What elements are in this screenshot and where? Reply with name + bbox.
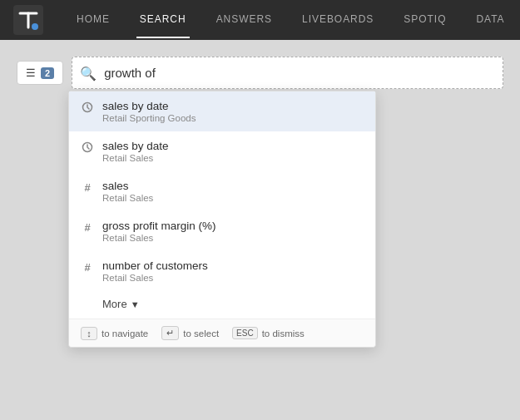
navigate-key: ↕: [81, 327, 97, 340]
item-title-3: sales: [102, 180, 364, 192]
item-title-2: sales by date: [102, 140, 364, 152]
select-key: ↵: [161, 326, 179, 340]
sources-icon: ☰: [26, 67, 36, 79]
item-text-3: sales Retail Sales: [102, 180, 364, 203]
more-label: More: [102, 298, 127, 310]
clock-icon-1: [81, 101, 94, 113]
dropdown-footer: ↕ to navigate ↵ to select ESC to dismiss: [69, 319, 375, 347]
item-title-5: number of customers: [102, 259, 364, 272]
clock-icon-2: [81, 141, 94, 153]
nav-home[interactable]: HOME: [73, 2, 113, 38]
search-dropdown: sales by date Retail Sporting Goods sale…: [68, 91, 376, 348]
hash-icon-3: #: [81, 181, 94, 194]
item-subtitle-5: Retail Sales: [102, 273, 364, 283]
hint-navigate: ↕ to navigate: [81, 327, 148, 340]
search-box: 🔍: [72, 57, 503, 89]
item-text-2: sales by date Retail Sales: [102, 140, 364, 163]
nav-answers[interactable]: ANSWERS: [213, 2, 275, 38]
logo[interactable]: [13, 5, 43, 35]
item-text-5: number of customers Retail Sales: [102, 259, 364, 283]
dismiss-label: to dismiss: [262, 329, 305, 338]
dropdown-item-1[interactable]: sales by date Retail Sporting Goods: [69, 91, 375, 131]
dropdown-item-5[interactable]: # number of customers Retail Sales: [69, 251, 375, 291]
dropdown-item-4[interactable]: # gross profit margin (%) Retail Sales: [69, 211, 375, 251]
dropdown-item-2[interactable]: sales by date Retail Sales: [69, 131, 375, 171]
item-subtitle-1: Retail Sporting Goods: [102, 113, 364, 123]
nav-data[interactable]: DATA: [473, 2, 508, 38]
hint-select: ↵ to select: [161, 326, 219, 340]
search-row: ☰ 2 🔍: [17, 57, 503, 89]
hash-icon-5: #: [81, 261, 94, 274]
nav-liveboards[interactable]: LIVEBOARDS: [299, 2, 377, 38]
item-title-1: sales by date: [102, 100, 364, 112]
select-label: to select: [183, 329, 219, 338]
sources-button[interactable]: ☰ 2: [17, 61, 63, 85]
search-input[interactable]: [72, 57, 503, 89]
more-row[interactable]: More ▼: [69, 291, 375, 319]
dropdown-item-3[interactable]: # sales Retail Sales: [69, 171, 375, 211]
more-caret-icon: ▼: [131, 299, 140, 309]
item-text-4: gross profit margin (%) Retail Sales: [102, 220, 364, 243]
item-subtitle-3: Retail Sales: [102, 193, 364, 203]
dismiss-key: ESC: [232, 327, 258, 339]
navbar: HOME SEARCH ANSWERS LIVEBOARDS SPOTIQ DA…: [0, 0, 520, 40]
item-subtitle-2: Retail Sales: [102, 153, 364, 163]
navigate-label: to navigate: [102, 329, 148, 338]
item-title-4: gross profit margin (%): [102, 220, 364, 232]
svg-point-3: [32, 23, 38, 30]
sources-badge: 2: [41, 67, 54, 79]
item-subtitle-4: Retail Sales: [102, 233, 364, 243]
nav-search[interactable]: SEARCH: [136, 2, 190, 38]
hash-icon-4: #: [81, 221, 94, 234]
nav-spotiq[interactable]: SPOTIQ: [400, 2, 449, 38]
hint-dismiss: ESC to dismiss: [232, 327, 305, 339]
main-content: ☰ 2 🔍 sales by date Retail Sporting Good…: [0, 40, 520, 420]
item-text-1: sales by date Retail Sporting Goods: [102, 100, 364, 123]
